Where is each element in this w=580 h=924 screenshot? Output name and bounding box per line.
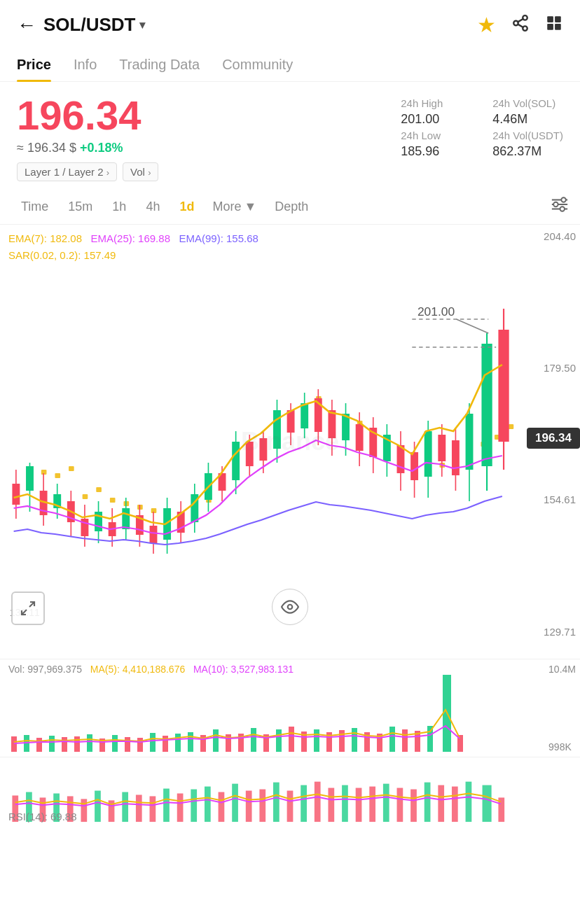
vol-y-axis: 10.4M 998K [548,659,576,757]
depth-button[interactable]: Depth [265,194,318,220]
svg-rect-51 [509,424,514,429]
vol-value-label: Vol: 997,969.375 [8,664,82,675]
tab-price[interactable]: Price [17,47,51,81]
svg-rect-189 [315,781,321,821]
time-btn-time[interactable]: Time [11,194,58,220]
svg-rect-199 [452,786,458,821]
svg-rect-113 [424,431,432,477]
time-btn-15m[interactable]: 15m [58,194,102,220]
vol-arrow-icon: › [148,167,151,178]
svg-rect-119 [466,414,474,470]
layer-label: Layer 1 / Layer 2 [25,166,104,178]
vol-ma5-label: MA(5): 4,410,188.676 [90,664,185,675]
svg-rect-153 [289,727,294,752]
vol-label: Vol [130,166,145,178]
svg-rect-8 [555,24,561,30]
tag-arrow-icon: › [106,167,109,178]
y-label-bottom: 129.71 [544,626,576,638]
header-left: ← SOL/USDT ▾ [17,14,477,36]
svg-rect-5 [547,16,553,22]
vol-tag[interactable]: Vol › [123,162,158,181]
trading-pair-title[interactable]: SOL/USDT ▾ [43,14,145,36]
price-section: 196.34 ≈ 196.34 $ +0.18% Layer 1 / Layer… [0,82,580,188]
svg-rect-187 [287,790,294,822]
svg-rect-117 [452,440,460,475]
svg-rect-201 [483,785,492,821]
svg-rect-73 [150,526,158,543]
svg-rect-6 [555,16,561,22]
svg-rect-177 [150,796,156,822]
svg-rect-183 [232,783,238,821]
ema99-label: EMA(99): 155.68 [179,232,258,244]
svg-line-127 [457,319,489,333]
dropdown-arrow-icon: ▾ [139,18,145,31]
usd-approx: ≈ 196.34 $ [17,141,76,155]
svg-rect-200 [466,781,472,821]
svg-rect-69 [122,508,130,529]
svg-rect-162 [402,729,408,752]
tab-bar: Price Info Trading Data Community [0,47,580,82]
rsi-section: RSI(14): 69.88 [0,757,580,827]
svg-rect-185 [259,789,265,822]
svg-rect-134 [49,736,55,752]
share-icon[interactable] [511,14,530,36]
more-dropdown-icon: ▼ [244,200,256,214]
header: ← SOL/USDT ▾ ★ [0,0,580,47]
svg-rect-161 [389,727,395,752]
svg-rect-196 [410,789,417,822]
tab-trading-data[interactable]: Trading Data [119,47,200,81]
time-more-button[interactable]: More ▼ [204,194,265,220]
svg-rect-123 [498,330,509,442]
svg-rect-150 [251,728,256,752]
main-price: 196.34 [17,93,158,138]
layout-icon[interactable] [545,14,563,36]
tab-community[interactable]: Community [222,47,293,81]
svg-rect-141 [137,738,143,752]
svg-rect-133 [36,738,42,752]
svg-rect-188 [301,785,307,821]
svg-rect-190 [328,788,334,822]
svg-rect-194 [383,783,389,821]
more-label: More [212,200,241,214]
time-btn-1d[interactable]: 1d [170,194,204,220]
svg-rect-180 [191,789,197,822]
svg-rect-136 [74,736,80,752]
y-label-3: 154.61 [544,493,576,505]
svg-line-4 [518,19,523,22]
chart-settings-icon[interactable] [551,197,569,216]
high-value: 201.00 [401,112,471,127]
price-tags: Layer 1 / Layer 2 › Vol › [17,162,158,181]
svg-rect-184 [246,790,252,822]
low-label: 24h Low [401,130,471,141]
svg-rect-103 [356,424,364,451]
svg-rect-53 [12,484,20,505]
time-btn-4h[interactable]: 4h [136,194,170,220]
svg-rect-152 [276,729,282,752]
svg-rect-18 [55,473,60,478]
expand-button[interactable] [11,592,45,625]
time-bar: Time 15m 1h 4h 1d More ▼ Depth [0,188,580,225]
ema-labels: EMA(7): 182.08 EMA(25): 169.88 EMA(99): … [8,230,258,264]
layer-tag[interactable]: Layer 1 / Layer 2 › [17,162,117,181]
svg-rect-144 [175,734,181,752]
svg-rect-158 [352,728,357,752]
time-btn-1h[interactable]: 1h [102,194,136,220]
price-usd: ≈ 196.34 $ +0.18% [17,141,158,155]
svg-rect-135 [62,737,67,752]
tab-info[interactable]: Info [74,47,97,81]
high-label: 24h High [401,97,471,109]
back-button[interactable]: ← [17,14,36,36]
vol-ma10-label: MA(10): 3,527,983.131 [193,664,294,675]
eye-button[interactable] [272,589,308,625]
svg-rect-179 [177,793,184,822]
svg-rect-121 [481,344,492,466]
favorite-icon[interactable]: ★ [477,13,496,37]
main-chart[interactable]: Binance EMA(7): 182.08 EMA(25): 169.88 E… [0,225,580,659]
svg-point-14 [560,207,565,212]
svg-rect-193 [369,786,375,821]
price-stats: 24h High 24h Vol(SOL) 201.00 4.46M 24h L… [401,93,563,159]
svg-rect-143 [163,736,168,752]
pair-label: SOL/USDT [43,14,135,36]
svg-rect-186 [273,782,279,821]
svg-rect-139 [112,735,118,752]
